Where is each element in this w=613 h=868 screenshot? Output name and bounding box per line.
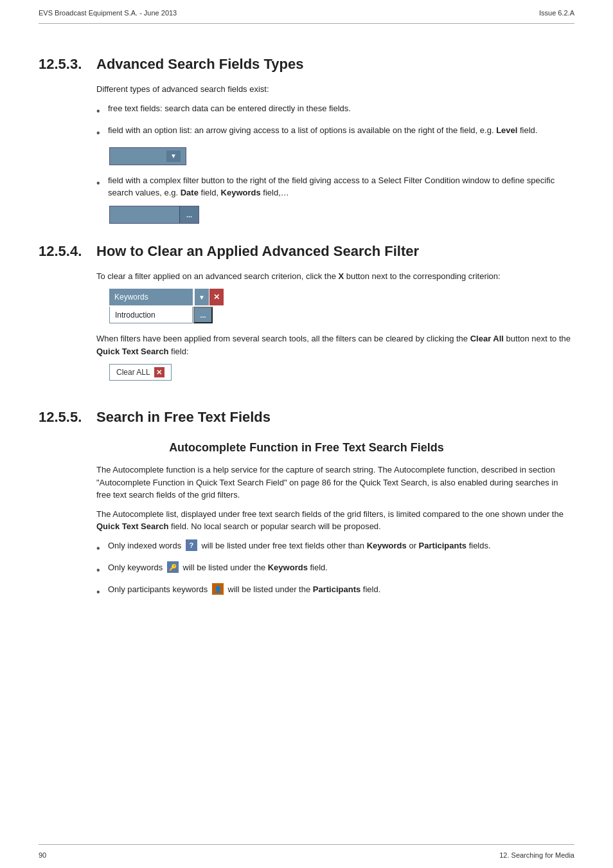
dropdown-arrow-icon: ▼ [166, 150, 181, 162]
section-12-5-3-title: Advanced Search Fields Types [96, 56, 303, 73]
clear-all-container: Clear ALL ✕ [39, 364, 574, 390]
bullet-item-3: • field with a complex filter button to … [96, 174, 574, 199]
bullet-item-1: • free text fields: search data can be e… [96, 102, 574, 119]
section-12-5-3-intro: Different types of advanced search field… [96, 83, 574, 96]
filter-field-text [110, 210, 179, 219]
section-12-5-4-intro: To clear a filter applied on an advanced… [96, 270, 574, 283]
introduction-filter-row: Introduction ... [109, 307, 574, 323]
autocomplete-para2: The Autocomplete list, displayed under f… [96, 508, 574, 533]
section-12-5-4-number: 12.5.4. [39, 243, 96, 260]
autocomplete-bullet-2: • Only keywords 🔑 will be listed under t… [96, 561, 574, 578]
keywords-label: Keywords [109, 289, 193, 305]
keywords-arrow-button[interactable]: ▼ [195, 289, 209, 305]
section-12-5-5-title: Search in Free Text Fields [96, 409, 271, 426]
page-footer: 90 12. Searching for Media [39, 844, 574, 868]
bullet-dot-2: • [96, 125, 108, 141]
introduction-value: Introduction [109, 307, 193, 323]
bullet-dot-a2: • [96, 563, 108, 578]
section-12-5-4-text2: When filters have been applied from seve… [96, 332, 574, 357]
clear-all-x-icon: ✕ [154, 367, 164, 377]
bullet-dot-3: • [96, 176, 108, 191]
clear-all-label: Clear ALL [116, 368, 150, 377]
footer-section: 12. Searching for Media [499, 851, 574, 859]
autocomplete-bullet-3: • Only participants keywords 👤 will be l… [96, 583, 574, 600]
section-12-5-3-bullets: • free text fields: search data can be e… [96, 102, 574, 141]
autocomplete-bullets: • Only indexed words ? will be listed un… [96, 539, 574, 600]
header-left: EVS Broadcast Equipment S.A. - June 2013 [39, 9, 177, 17]
keywords-controls: ▼ ✕ [194, 289, 224, 305]
bullet-dot-1: • [96, 104, 108, 119]
keywords-x-button[interactable]: ✕ [209, 289, 224, 305]
dropdown-field-text [115, 151, 118, 161]
main-content: 12.5.3. Advanced Search Fields Types Dif… [39, 24, 574, 645]
autocomplete-bullet-1: • Only indexed words ? will be listed un… [96, 539, 574, 556]
filter-field-dots-btn[interactable]: ... [179, 206, 199, 223]
section-12-5-4-title: How to Clear an Applied Advanced Search … [96, 243, 419, 260]
dropdown-mockup: ▼ [109, 147, 574, 165]
autocomplete-subsection-heading: Autocomplete Function in Free Text Searc… [39, 441, 574, 455]
keywords-filter-row: Keywords ▼ ✕ [109, 289, 574, 305]
section-12-5-3-bullets-2: • field with a complex filter button to … [96, 174, 574, 199]
autocomplete-subsection-title: Autocomplete Function in Free Text Searc… [169, 441, 444, 454]
bullet-text-1: free text fields: search data can be ent… [108, 102, 351, 115]
clear-all-button[interactable]: Clear ALL ✕ [109, 364, 172, 381]
autocomplete-bullet-1-text: Only indexed words ? will be listed unde… [108, 539, 491, 552]
keywords-filter-container: Keywords ▼ ✕ Introduction ... [109, 289, 574, 323]
autocomplete-para1: The Autocomplete function is a help serv… [96, 464, 574, 502]
header-right: Issue 6.2.A [539, 9, 574, 17]
bullet-text-3: field with a complex filter button to th… [108, 174, 574, 199]
section-12-5-5-number: 12.5.5. [39, 409, 96, 426]
autocomplete-bullet-3-text: Only participants keywords 👤 will be lis… [108, 583, 380, 596]
bullet-item-2: • field with an option list: an arrow gi… [96, 124, 574, 141]
section-12-5-5-heading: 12.5.5. Search in Free Text Fields [39, 409, 574, 426]
key-icon: 🔑 [167, 561, 179, 573]
filter-field-mockup: ... [109, 206, 574, 224]
dropdown-field[interactable]: ▼ [109, 147, 186, 165]
introduction-dots-button[interactable]: ... [193, 307, 213, 323]
section-12-5-3-heading: 12.5.3. Advanced Search Fields Types [39, 56, 574, 73]
bullet-text-2: field with an option list: an arrow givi… [108, 124, 537, 137]
section-12-5-4-heading: 12.5.4. How to Clear an Applied Advanced… [39, 243, 574, 260]
filter-field[interactable]: ... [109, 206, 199, 224]
autocomplete-bullet-2-text: Only keywords 🔑 will be listed under the… [108, 561, 328, 574]
footer-page-number: 90 [39, 851, 46, 859]
section-12-5-3-number: 12.5.3. [39, 56, 96, 73]
question-icon: ? [186, 539, 197, 551]
bullet-dot-a3: • [96, 584, 108, 600]
page-header: EVS Broadcast Equipment S.A. - June 2013… [39, 0, 574, 24]
bullet-dot-a1: • [96, 541, 108, 556]
person-icon: 👤 [212, 583, 224, 595]
